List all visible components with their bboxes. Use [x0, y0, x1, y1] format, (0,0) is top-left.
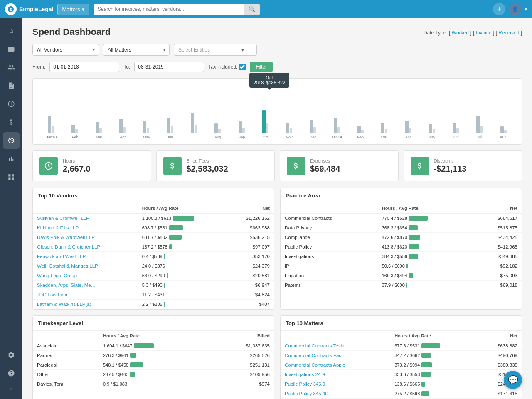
- pa-net-5: $92,182: [472, 261, 522, 271]
- vendor-row-7: Skadden, Arps, Slate, Me... 5.3 / $490 $…: [33, 281, 274, 290]
- practice-row-4: Investigations 384.3 / $556 $349,685: [281, 252, 522, 261]
- date-type-received[interactable]: Received: [498, 30, 519, 36]
- sidebar-item-timer[interactable]: [3, 132, 20, 149]
- bar-sub-6: [195, 125, 197, 133]
- date-type-invoice[interactable]: Invoice: [476, 30, 492, 36]
- tk-col-name: [33, 331, 99, 341]
- vendor-name-5[interactable]: Weil, Gotshal & Manges LLP: [33, 261, 138, 271]
- tm-name-4[interactable]: Public Policy 345.0: [281, 379, 390, 389]
- tm-hours-4: 138.6 / $665: [390, 379, 476, 389]
- chart-x-label-14: Mar: [372, 135, 396, 139]
- sidebar-item-grid[interactable]: [3, 169, 20, 185]
- chart-x-label-19: Aug: [491, 135, 515, 139]
- filter-button[interactable]: Filter: [250, 62, 273, 72]
- vendor-name-9[interactable]: Latham & Watkins LLP(a): [33, 300, 138, 309]
- expenses-label: Expenses: [310, 158, 392, 163]
- tm-name-2[interactable]: Commercial Contracts Apple: [281, 360, 390, 370]
- bar-main-4: [143, 121, 146, 133]
- bar-main-16: [429, 124, 432, 133]
- chat-button[interactable]: 💬: [504, 371, 522, 389]
- sidebar-item-doc[interactable]: [3, 77, 20, 94]
- to-date-input[interactable]: [134, 62, 204, 72]
- sidebar-item-group[interactable]: [3, 59, 20, 76]
- tm-name-5[interactable]: Public Policy 345.4D: [281, 389, 390, 399]
- vendor-net-2: $536,215: [227, 233, 274, 242]
- search-button[interactable]: 🔍: [244, 4, 260, 15]
- chart-bar-group-1: [63, 96, 86, 133]
- bar-main-10: [286, 123, 289, 133]
- timekeeper-title: Timekeeper Level: [33, 316, 274, 331]
- pa-hours-7: 37.9 / $600: [378, 281, 472, 290]
- top-matters-table: Hours / Avg Rate Net Commercial Contract…: [281, 331, 522, 399]
- expenses-card: Expenses $69,484: [280, 150, 399, 181]
- vendor-hours-1: 698.7 / $531: [138, 223, 227, 233]
- discounts-value: -$21,113: [434, 164, 515, 174]
- chart-x-label-17: Jun: [443, 135, 467, 139]
- to-label: To:: [123, 64, 130, 70]
- nav-chevron[interactable]: ▾: [525, 6, 527, 12]
- practice-row-1: Data Privacy 368.3 / $654 $515,875: [281, 223, 522, 233]
- vendor-name-6[interactable]: Wang Legal Group: [33, 271, 138, 281]
- entities-select[interactable]: Select Entities ▼: [174, 44, 257, 56]
- from-date-input[interactable]: [49, 62, 119, 72]
- tm-name-1[interactable]: Commercial Contracts Fac...: [281, 351, 390, 360]
- expenses-value: $69,484: [310, 164, 392, 174]
- pa-name-4: Investigations: [281, 252, 378, 261]
- bar-sub-11: [313, 127, 316, 133]
- billed-info: Billed Fees $2,583,032: [187, 158, 268, 174]
- vendor-net-7: $6,947: [227, 281, 274, 290]
- matters-dropdown[interactable]: Matters ▾: [57, 4, 89, 15]
- tm-hours-5: 275.2 / $598: [390, 389, 476, 399]
- vendor-name-4[interactable]: Fenwick and West LLP: [33, 252, 138, 261]
- search-input[interactable]: [94, 4, 244, 15]
- sidebar-item-settings[interactable]: [3, 347, 20, 363]
- sidebar-item-home[interactable]: ⌂: [3, 22, 20, 39]
- logo[interactable]: S SimpleLegal: [5, 3, 53, 15]
- avatar[interactable]: 👤: [509, 3, 521, 15]
- vendor-name-0[interactable]: Sullivan & Cromwell LLP: [33, 214, 138, 223]
- timekeeper-row-1: Partner 276.3 / $961 $265,526: [33, 351, 274, 360]
- chart-bar-group-4: [135, 96, 158, 133]
- from-label: From:: [32, 64, 45, 70]
- chart-x-label-1: Feb: [63, 135, 87, 139]
- add-button[interactable]: +: [493, 3, 505, 15]
- vendor-name-2[interactable]: Davis Polk & Wardwell LLP: [33, 233, 138, 242]
- discounts-icon: [411, 157, 429, 175]
- sidebar-item-help[interactable]: [3, 365, 20, 382]
- top-vendors-table: Hours / Avg Rate Net Sullivan & Cromwell…: [33, 203, 274, 309]
- chart-bar-group-19: [492, 96, 515, 133]
- vendor-name-7[interactable]: Skadden, Arps, Slate, Me...: [33, 281, 138, 290]
- vendor-row-3: Gibson, Dunn & Crutcher LLP 137.2 / $578…: [33, 242, 274, 252]
- vendor-net-9: $407: [227, 300, 274, 309]
- chart-x-label-18: Jul: [468, 135, 491, 139]
- tax-checkbox[interactable]: [239, 64, 246, 70]
- top-vendors-panel: Top 10 Vendors Hours / Avg Rate Net Sull…: [32, 188, 274, 310]
- discounts-info: Discounts -$21,113: [434, 158, 515, 174]
- sidebar-item-dollar[interactable]: [3, 114, 20, 131]
- vendor-hours-3: 137.2 / $578: [138, 242, 227, 252]
- sidebar-item-folder[interactable]: [3, 41, 20, 57]
- tm-hours-3: 333.6 / $553: [390, 370, 476, 379]
- chart-x-label-2: Mar: [87, 135, 111, 139]
- vendor-name-1[interactable]: Kirkland & Ellis LLP: [33, 223, 138, 233]
- matter-row-1: Commercial Contracts Fac... 347.2 / $662…: [281, 351, 522, 360]
- vendor-name-8[interactable]: JDC Law Firm: [33, 290, 138, 300]
- tk-hours-4: 0.9 / $1,083: [99, 379, 212, 389]
- chart-x-label-9: Oct: [254, 135, 277, 139]
- matters-select[interactable]: All Matters: [103, 44, 170, 56]
- vendor-name-3[interactable]: Gibson, Dunn & Crutcher LLP: [33, 242, 138, 252]
- vendor-select[interactable]: All Vendors: [32, 44, 99, 56]
- practice-row-5: IP 50.6 / $600 $92,182: [281, 261, 522, 271]
- sidebar-item-clock[interactable]: [3, 96, 20, 112]
- tm-name-0[interactable]: Commercial Contracts Tesla: [281, 341, 390, 351]
- hours-icon: [39, 157, 58, 175]
- date-type-worked[interactable]: Worked: [452, 30, 469, 36]
- sidebar-item-chart[interactable]: [3, 150, 20, 167]
- sidebar-collapse[interactable]: »: [7, 383, 16, 395]
- practice-area-table: Hours / Avg Rate Net Commercial Contract…: [281, 203, 522, 290]
- tm-name-3[interactable]: Investigations 24-9: [281, 370, 390, 379]
- bar-sub-3: [123, 127, 126, 133]
- tk-name-1: Partner: [33, 351, 99, 360]
- vendor-hours-4: 0.4 / $589: [138, 252, 227, 261]
- layout: ⌂ »: [0, 18, 532, 399]
